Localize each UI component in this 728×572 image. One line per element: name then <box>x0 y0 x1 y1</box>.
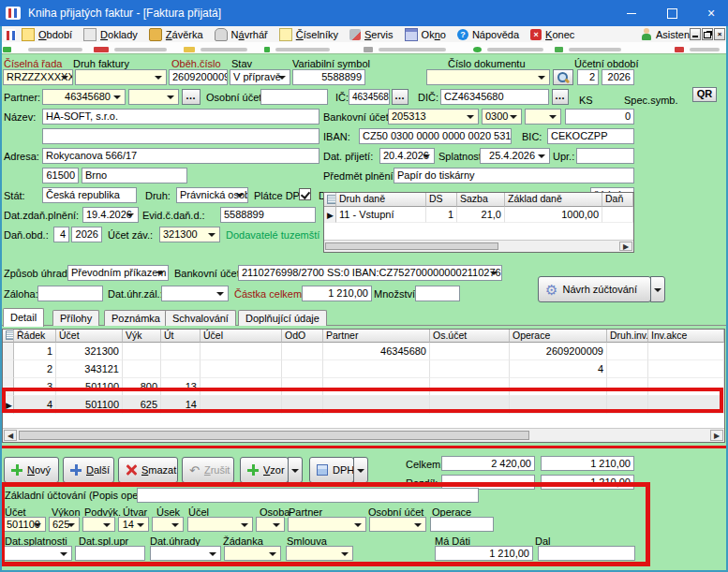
tax-col-sazba[interactable]: Sazba <box>457 193 505 207</box>
grid-cell[interactable] <box>123 360 161 378</box>
dic-field[interactable]: CZ46345680 <box>440 89 549 105</box>
dan-obd-mesic-field[interactable]: 4 <box>53 227 69 242</box>
upr-field[interactable] <box>576 148 634 164</box>
platce-dph-checkbox[interactable] <box>299 188 311 200</box>
grid-cell[interactable]: 13 <box>161 378 201 396</box>
evid-c-dan-d-field[interactable]: 5588899 <box>220 207 316 223</box>
grid-cell[interactable] <box>323 378 430 396</box>
grid-cell[interactable] <box>201 343 282 360</box>
variabilni-symbol-field[interactable]: 5588899 <box>292 69 365 85</box>
grid-col-operace[interactable]: Operace <box>510 330 607 343</box>
grid-cell[interactable] <box>282 360 323 378</box>
zrusit-button[interactable]: ↶Zrušit <box>182 457 234 483</box>
scroll-left-arrow[interactable]: ◀ <box>4 430 17 441</box>
menu-okno[interactable]: Okno <box>399 26 452 42</box>
dat-prijeti-combo[interactable]: 20.4.2026 <box>379 148 435 164</box>
grid-cell[interactable]: 14 <box>161 396 201 414</box>
dph-dropdown[interactable] <box>353 457 368 483</box>
maximize-button[interactable] <box>653 0 691 26</box>
bankovni-ucet-combo[interactable]: 205313 <box>388 109 479 125</box>
iban-field[interactable]: CZ50 0300 0000 0000 0020 5313 <box>359 128 512 144</box>
menu-zaverka[interactable]: Závěrka <box>143 26 209 42</box>
castka-celkem-field[interactable]: 1 210,00 <box>302 286 372 301</box>
f-usek-combo[interactable] <box>152 517 184 532</box>
tab-detail[interactable]: Detail <box>3 308 44 327</box>
grid-cell[interactable] <box>607 360 648 378</box>
f-podvyk-combo[interactable] <box>82 517 115 532</box>
druh-faktury-combo[interactable] <box>75 69 167 85</box>
grid-cell[interactable] <box>123 343 161 360</box>
menu-navrhar[interactable]: Návrhář <box>209 26 274 42</box>
grid-col-vyk[interactable]: Výk <box>123 330 161 343</box>
partner-browse-button[interactable]: … <box>182 89 201 105</box>
tax-col-zaklad-dane[interactable]: Základ daně <box>505 193 602 207</box>
menu-obdobi[interactable]: Období <box>16 26 78 42</box>
tax-hscrollbar[interactable]: ▶ <box>324 240 633 252</box>
ucetni-obdobi-mesic-field[interactable]: 2 <box>577 69 599 85</box>
splatnost-combo[interactable]: 25.4.2026 <box>480 148 550 164</box>
mnozstvi-field[interactable] <box>415 286 460 301</box>
grid-cell[interactable]: 1 <box>14 343 56 360</box>
dat-uhrady-combo[interactable] <box>150 546 221 561</box>
grid-cell[interactable] <box>201 396 282 414</box>
bic-field[interactable]: CEKOCZPP <box>547 128 634 144</box>
grid-cell[interactable] <box>323 360 430 378</box>
tab-poznamka[interactable]: Poznámka <box>104 310 168 326</box>
scrollbar-thumb[interactable] <box>19 431 529 440</box>
tax-col-dan[interactable]: Daň <box>602 193 633 207</box>
zadanka-combo[interactable] <box>224 546 281 561</box>
grid-cell[interactable] <box>648 396 724 414</box>
grid-col-druh-inv[interactable]: Druh.inv. <box>607 330 648 343</box>
grid-cell[interactable] <box>607 378 648 396</box>
mdi-restore-button[interactable] <box>702 28 713 40</box>
tax-cell[interactable]: 1 <box>426 207 457 223</box>
psc-field[interactable]: 61500 <box>42 168 79 183</box>
grid-col-os-ucet[interactable]: Os.účet <box>430 330 510 343</box>
ic-field[interactable]: 46345680 <box>349 89 390 105</box>
f-osobni-ucet-combo[interactable] <box>369 517 426 532</box>
scrollbar-thumb[interactable] <box>325 242 498 250</box>
tab-schvalovani[interactable]: Schvalování <box>165 310 236 326</box>
dal-field[interactable] <box>538 546 635 561</box>
druh-combo[interactable]: Právnická osoba <box>176 187 248 203</box>
tax-cell[interactable] <box>602 207 633 223</box>
ma-dati-field[interactable]: 1 210,00 <box>435 546 533 561</box>
close-button[interactable]: × <box>692 0 728 26</box>
uhrada-bankovni-ucet-combo[interactable]: 2110276998/2700 SS:0 IBAN:CZ752700000000… <box>238 265 502 281</box>
f-ucet-combo[interactable]: 501100 <box>3 517 46 532</box>
dalsi-button[interactable]: Další <box>63 457 114 483</box>
grid-cell[interactable] <box>430 396 510 414</box>
menu-napoveda[interactable]: ?Nápověda <box>452 26 525 42</box>
navrh-zuctovani-dropdown[interactable] <box>650 276 665 302</box>
grid-cell[interactable]: 3 <box>14 378 56 396</box>
grid-cell[interactable] <box>510 396 607 414</box>
grid-cell[interactable] <box>430 378 510 396</box>
tax-cell[interactable]: 1000,00 <box>505 207 602 223</box>
navrh-zuctovani-button[interactable]: ⚙ Návrh zúčtování <box>538 276 651 302</box>
stav-combo[interactable]: V přípravě <box>230 69 290 85</box>
mdi-close-button[interactable]: × <box>714 28 725 40</box>
ucet-zav-combo[interactable]: 321300 <box>159 227 220 242</box>
grid-cell[interactable] <box>282 378 323 396</box>
grid-hscrollbar[interactable]: ◀ ▶ <box>3 428 724 442</box>
dat-spl-upr-field[interactable] <box>75 546 145 561</box>
menu-konec[interactable]: ×Konec <box>525 26 580 42</box>
dat-splatnosti-combo[interactable] <box>3 546 72 561</box>
popis-operace-field[interactable] <box>137 488 479 503</box>
grid-col-inv-akce[interactable]: Inv.akce <box>648 330 724 343</box>
tax-col-ds[interactable]: DS <box>426 193 457 207</box>
grid-cell[interactable] <box>323 396 430 414</box>
partner-combo-2[interactable] <box>128 89 179 105</box>
nazev2-field[interactable] <box>42 128 319 144</box>
grid-col-partner[interactable]: Partner <box>323 330 430 343</box>
grid-col-odo[interactable]: OdO <box>282 330 323 343</box>
grid-cell[interactable]: 4 <box>510 360 607 378</box>
grid-cell[interactable] <box>430 360 510 378</box>
grid-cell[interactable]: 625 <box>123 396 161 414</box>
grid-cell[interactable]: 46345680 <box>323 343 430 360</box>
menu-doklady[interactable]: Doklady <box>78 26 143 42</box>
grid-cell[interactable] <box>282 396 323 414</box>
grid-cell[interactable] <box>607 396 648 414</box>
document-search-button[interactable] <box>553 69 573 85</box>
f-osoba-combo[interactable] <box>256 517 285 532</box>
